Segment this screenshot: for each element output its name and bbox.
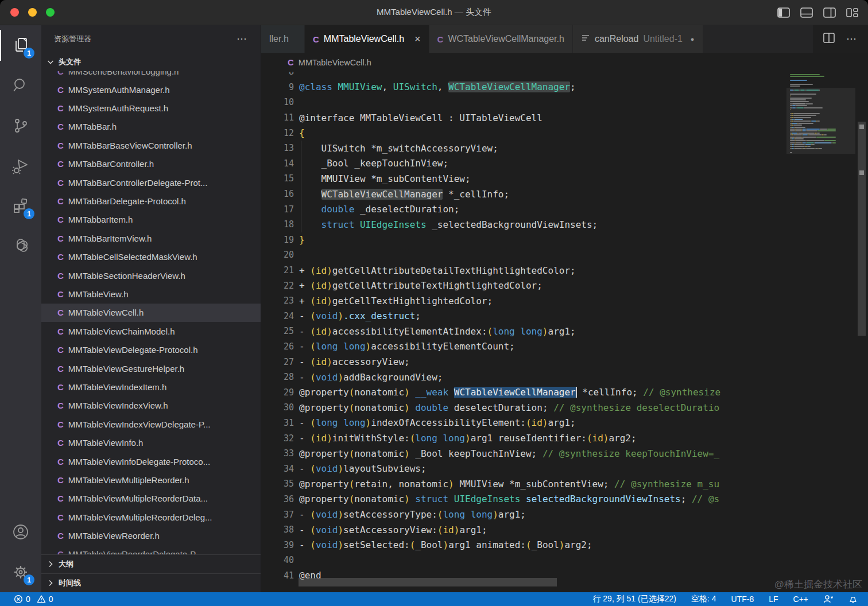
scrollbar-slider[interactable] <box>858 122 866 336</box>
file-item[interactable]: CMMTabBarBaseViewController.h <box>41 136 261 154</box>
vertical-scrollbar[interactable] <box>855 72 868 592</box>
horizontal-scrollbar[interactable] <box>299 578 557 586</box>
settings-gear-icon[interactable]: 1 <box>0 552 41 592</box>
file-item[interactable]: CMMTableViewChainModel.h <box>41 322 261 340</box>
zoom-window-button[interactable] <box>46 8 55 17</box>
file-item[interactable]: CMMTableViewMultipleReorder.h <box>41 471 261 489</box>
code-line[interactable]: 26- (long long)accessibilityElementCount… <box>261 339 868 355</box>
search-icon[interactable] <box>0 65 41 106</box>
file-item[interactable]: CMMTabBarController.h <box>41 155 261 173</box>
file-item[interactable]: CMMTableViewIndexViewDelegate-P... <box>41 415 261 433</box>
code-line[interactable]: 10 <box>261 95 868 110</box>
file-item[interactable]: CMMTabBar.h <box>41 118 261 136</box>
code-line[interactable]: 30@property(nonatomic) double deselectDu… <box>261 400 868 415</box>
file-item[interactable]: CMMTableSectionHeaderView.h <box>41 266 261 285</box>
problems-indicator[interactable]: 0 0 <box>14 595 53 604</box>
file-item-clipped-top[interactable]: C MMSceneBehaviorLogging.h <box>41 71 261 80</box>
language-mode[interactable]: C++ <box>793 595 808 604</box>
code-line[interactable]: 21+ (id)getCellAttributeDetailTextHightl… <box>261 263 868 278</box>
encoding-setting[interactable]: UTF-8 <box>731 595 754 604</box>
timeline-section[interactable]: 时间线 <box>41 573 261 592</box>
file-item[interactable]: CMMTableViewIndexView.h <box>41 397 261 415</box>
code-line[interactable]: 9@class MMUIView, UISwitch, WCTableViewC… <box>261 80 868 95</box>
accounts-icon[interactable] <box>0 512 41 552</box>
tab-partial-overflow[interactable]: ller.h <box>261 25 305 53</box>
code-editor[interactable]: 89@class MMUIView, UISwitch, WCTableView… <box>261 72 868 592</box>
explorer-icon[interactable]: 1 <box>0 25 41 65</box>
code-line[interactable]: 24- (void).cxx_destruct; <box>261 309 868 324</box>
code-line[interactable]: 12{ <box>261 125 868 141</box>
tab-mmtableviewcell[interactable]: C MMTableViewCell.h × <box>305 25 429 53</box>
file-item[interactable]: CMMSystemAuthRequest.h <box>41 99 261 117</box>
feedback-icon[interactable] <box>823 595 834 604</box>
file-item[interactable]: CMMTableViewCell.h <box>41 304 261 322</box>
code-line[interactable]: 11@interface MMTableViewCell : UITableVi… <box>261 110 868 126</box>
code-line[interactable]: 36@property(nonatomic) struct UIEdgeInse… <box>261 492 868 507</box>
minimap-viewport[interactable] <box>786 88 855 154</box>
code-line[interactable]: 13 UISwitch *m_switchAccessoryView; <box>261 141 868 156</box>
run-debug-icon[interactable] <box>0 146 41 186</box>
close-tab-icon[interactable]: × <box>414 33 421 45</box>
code-line[interactable]: 22+ (id)getCellAttributeTextHightlighted… <box>261 278 868 293</box>
folder-section-header[interactable]: 头文件 <box>41 53 261 71</box>
toggle-panel-icon[interactable] <box>800 7 813 18</box>
indentation-setting[interactable]: 空格: 4 <box>691 594 716 604</box>
code-line[interactable]: 25- (id)accessibilityElementAtIndex:(lon… <box>261 324 868 339</box>
file-item[interactable]: CMMTabBarControllerDelegate-Prot... <box>41 173 261 192</box>
code-line[interactable]: 19} <box>261 232 868 248</box>
file-item[interactable]: CMMTableViewGestureHelper.h <box>41 359 261 378</box>
code-line[interactable]: 20 <box>261 247 868 263</box>
code-line[interactable]: 18 struct UIEdgeInsets _selectedBackgrou… <box>261 217 868 232</box>
toggle-secondary-sidebar-icon[interactable] <box>823 7 836 18</box>
file-item[interactable]: CMMTableViewInfo.h <box>41 433 261 452</box>
code-line[interactable]: 14 _Bool _keepTouchInView; <box>261 156 868 172</box>
code-line[interactable]: 29@property(nonatomic) __weak WCTableVie… <box>261 384 868 400</box>
code-line[interactable]: 16 WCTableViewCellManager *_cellInfo; <box>261 187 868 202</box>
file-item[interactable]: CMMTableViewDelegate-Protocol.h <box>41 340 261 359</box>
file-item[interactable]: CMMTableViewMultipleReorderData... <box>41 490 261 508</box>
cursor-position[interactable]: 行 29, 列 51 (已选择22) <box>592 594 676 604</box>
minimap[interactable] <box>786 72 855 592</box>
split-editor-icon[interactable] <box>823 33 835 45</box>
code-line[interactable]: 15 MMUIView *m_subContentView; <box>261 171 868 187</box>
file-item[interactable]: CMMTableCellSelectedMaskView.h <box>41 248 261 266</box>
code-line[interactable]: 35@property(retain, nonatomic) MMUIView … <box>261 476 868 492</box>
code-line[interactable]: 40 <box>261 553 868 568</box>
source-control-icon[interactable] <box>0 106 41 146</box>
code-line[interactable]: 38- (void)setAccessoryView:(id)arg1; <box>261 522 868 538</box>
code-line[interactable]: 31- (long long)indexOfAccessibilityEleme… <box>261 415 868 431</box>
breadcrumb[interactable]: C MMTableViewCell.h <box>261 53 868 72</box>
file-item[interactable]: CMMTableView.h <box>41 285 261 303</box>
eol-setting[interactable]: LF <box>769 595 778 604</box>
file-item[interactable]: CMMTableViewInfoDelegate-Protoco... <box>41 452 261 471</box>
code-line[interactable]: 37- (void)setAccessoryType:(long long)ar… <box>261 507 868 522</box>
minimize-window-button[interactable] <box>28 8 37 17</box>
openai-extension-icon[interactable] <box>0 226 41 266</box>
file-item[interactable]: CMMSystemAuthManager.h <box>41 80 261 99</box>
file-item[interactable]: CMMTabbarItem.h <box>41 211 261 229</box>
notifications-bell-icon[interactable] <box>848 595 858 604</box>
tab-untitled-1[interactable]: canReload Untitled-1 ● <box>573 25 703 53</box>
file-item-clipped-bottom[interactable]: C MMTableViewReorderDelegate-P... <box>41 545 261 554</box>
outline-section[interactable]: 大纲 <box>41 554 261 573</box>
file-item[interactable]: CMMTableViewMultipleReorderDeleg... <box>41 508 261 526</box>
explorer-more-actions-icon[interactable]: ⋯ <box>237 33 248 45</box>
code-line[interactable]: 8 <box>261 72 868 80</box>
code-line[interactable]: 32- (id)initWithStyle:(long long)arg1 re… <box>261 430 868 446</box>
editor-more-actions-icon[interactable]: ⋯ <box>846 33 858 45</box>
file-item[interactable]: CMMTableViewIndexItem.h <box>41 378 261 396</box>
code-line[interactable]: 23+ (id)getCellTextHightlightedColor; <box>261 293 868 309</box>
file-item[interactable]: CMMTableViewReorder.h <box>41 526 261 545</box>
file-item[interactable]: CMMTabBarDelegate-Protocol.h <box>41 192 261 210</box>
code-line[interactable]: 17 double _deselectDuration; <box>261 201 868 217</box>
customize-layout-icon[interactable] <box>846 7 859 18</box>
file-item[interactable]: CMMTabBarItemView.h <box>41 229 261 247</box>
extensions-icon[interactable]: 1 <box>0 186 41 226</box>
tab-wctableviewcellmanager[interactable]: C WCTableViewCellManager.h <box>429 25 573 53</box>
close-window-button[interactable] <box>10 8 19 17</box>
code-line[interactable]: 28- (void)addBackgroundView; <box>261 370 868 385</box>
code-line[interactable]: 34- (void)layoutSubviews; <box>261 461 868 476</box>
code-line[interactable]: 39- (void)setSelected:(_Bool)arg1 animat… <box>261 537 868 553</box>
code-line[interactable]: 27- (id)accessoryView; <box>261 354 868 370</box>
toggle-primary-sidebar-icon[interactable] <box>777 7 790 18</box>
